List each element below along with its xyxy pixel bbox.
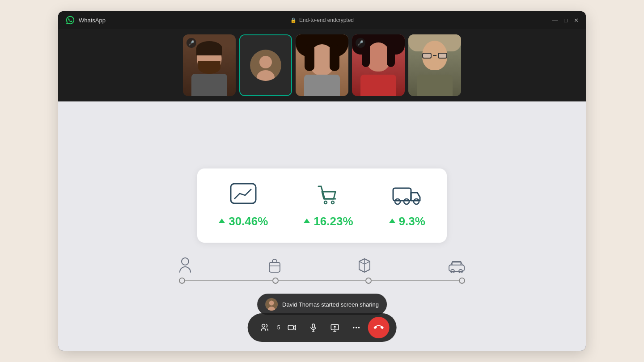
arrow-up-1: [219, 219, 225, 223]
tl-line-2: [279, 280, 366, 281]
screen-share-notification: David Thomas started screen sharing: [257, 294, 387, 315]
screen-share-button[interactable]: [325, 318, 344, 337]
timeline-line-row: [170, 278, 474, 284]
tl-line-1: [185, 280, 272, 281]
mic-muted-icon-4: 🎤: [357, 40, 364, 46]
tl-line-3: [372, 280, 459, 281]
participant-tile-3[interactable]: [296, 34, 348, 96]
svg-point-27: [353, 327, 354, 328]
participant-tile-2[interactable]: [239, 34, 292, 96]
window-controls: — □ ✕: [552, 17, 579, 23]
maximize-button[interactable]: □: [564, 17, 568, 23]
person-icon: [179, 257, 191, 273]
tl-dot-1: [179, 278, 185, 284]
minimize-button[interactable]: —: [552, 17, 558, 23]
encryption-badge: 🔒 End-to-end endcrypted: [290, 17, 354, 23]
stat-value-2: 16.23%: [304, 215, 353, 228]
close-button[interactable]: ✕: [574, 17, 579, 23]
timeline-section: [165, 257, 479, 284]
stat-item-2: 16.23%: [304, 183, 353, 228]
stats-card: 30.46% 16.23%: [197, 168, 447, 243]
participants-strip: 🎤: [58, 29, 586, 101]
timeline-step-2: [268, 258, 281, 273]
notification-text: David Thomas started screen sharing: [282, 301, 379, 308]
svg-point-8: [404, 199, 409, 204]
svg-point-29: [358, 327, 360, 328]
svg-point-19: [262, 324, 265, 328]
timeline-step-1: [179, 257, 191, 273]
svg-point-10: [182, 258, 189, 265]
whatsapp-logo: [65, 15, 75, 25]
tl-dot-2: [272, 278, 279, 284]
svg-point-5: [331, 201, 334, 204]
participants-count: 5: [277, 324, 280, 331]
arrow-up-3: [389, 219, 395, 223]
svg-rect-6: [393, 188, 411, 201]
timeline-step-3: [357, 258, 372, 273]
svg-rect-20: [288, 325, 293, 330]
timeline-step-4: [448, 260, 465, 273]
mute-badge-1: 🎤: [186, 38, 196, 48]
participant-tile-1[interactable]: 🎤: [183, 34, 236, 96]
participants-button[interactable]: [255, 318, 275, 337]
svg-rect-11: [269, 262, 280, 272]
svg-point-9: [414, 199, 419, 204]
arrow-up-2: [304, 219, 310, 223]
mute-badge-4: 🎤: [356, 38, 365, 48]
svg-point-1: [259, 56, 272, 68]
participant-tile-5[interactable]: [408, 34, 461, 96]
camera-button[interactable]: [282, 318, 301, 337]
call-controls: 5: [248, 313, 397, 342]
svg-point-17: [269, 301, 274, 306]
avatar-2: [250, 50, 281, 81]
chart-icon: [230, 183, 257, 207]
tl-dot-3: [365, 278, 372, 284]
timeline-icons-row: [170, 257, 474, 273]
encryption-label: End-to-end endcrypted: [299, 17, 354, 23]
svg-rect-3: [231, 184, 256, 203]
car-icon: [448, 260, 465, 273]
stat-value-1: 30.46%: [219, 215, 268, 228]
svg-point-4: [324, 201, 327, 204]
svg-rect-21: [312, 324, 314, 328]
stat-value-3: 9.3%: [389, 215, 425, 228]
mic-muted-icon-1: 🎤: [188, 40, 195, 46]
tl-dot-4: [459, 278, 465, 284]
end-call-button[interactable]: [368, 317, 389, 338]
more-button[interactable]: [346, 318, 366, 337]
lock-icon: 🔒: [290, 17, 297, 23]
stat-item-1: 30.46%: [219, 183, 268, 228]
svg-point-28: [356, 327, 357, 328]
app-window: WhatsApp 🔒 End-to-end endcrypted — □ ✕: [58, 11, 586, 351]
box-icon: [357, 258, 372, 273]
cart-icon: [315, 183, 342, 207]
svg-point-7: [395, 199, 400, 204]
screen-share-area: 30.46% 16.23%: [58, 101, 586, 351]
stat-item-3: 9.3%: [389, 183, 425, 228]
bag-icon: [268, 258, 281, 273]
title-bar: WhatsApp 🔒 End-to-end endcrypted — □ ✕: [58, 11, 586, 29]
notification-avatar: [265, 298, 278, 311]
microphone-button[interactable]: [303, 318, 323, 337]
participant-tile-4[interactable]: 🎤: [352, 34, 405, 96]
truck-icon: [391, 183, 423, 207]
